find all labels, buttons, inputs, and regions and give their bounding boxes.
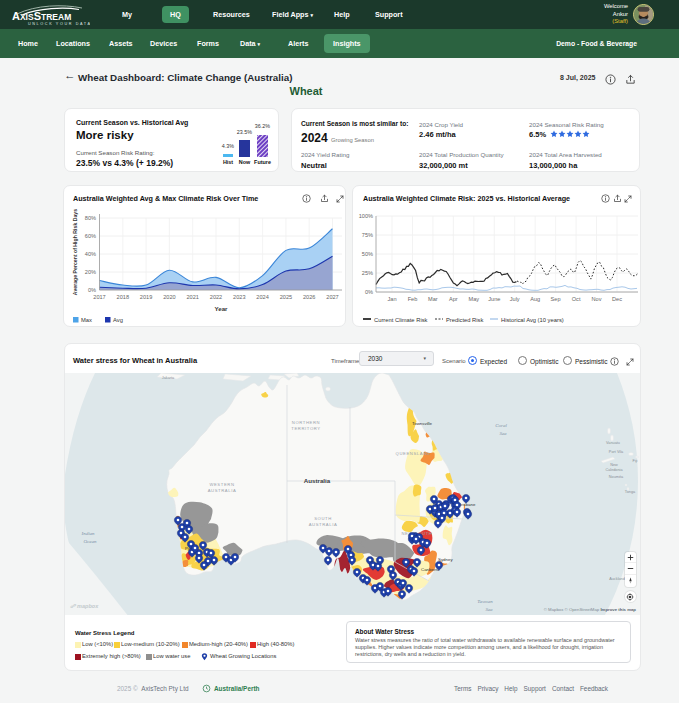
svg-text:25%: 25% — [362, 270, 373, 276]
svg-text:Coral: Coral — [495, 423, 507, 428]
svg-text:80%: 80% — [85, 215, 96, 221]
svg-text:Oct: Oct — [572, 296, 581, 302]
svg-text:Townsville: Townsville — [412, 421, 433, 426]
svg-text:Jakarta: Jakarta — [162, 376, 175, 380]
svg-text:Fiji: Fiji — [633, 459, 638, 463]
svg-text:New: New — [610, 463, 618, 467]
svg-text:Australia: Australia — [304, 477, 331, 484]
svg-text:Historical Avg (10 years): Historical Avg (10 years) — [501, 317, 564, 323]
svg-text:UNLOCK YOUR DATA: UNLOCK YOUR DATA — [28, 22, 90, 26]
svg-text:40%: 40% — [85, 251, 96, 257]
svg-text:NORTHERN: NORTHERN — [292, 420, 320, 425]
svg-text:Nouméa: Nouméa — [609, 475, 624, 479]
svg-text:Apr: Apr — [449, 296, 458, 302]
svg-text:2019: 2019 — [140, 294, 152, 300]
svg-text:Sea: Sea — [499, 431, 507, 436]
svg-text:Aug: Aug — [530, 296, 540, 302]
svg-text:Ocean: Ocean — [83, 539, 97, 544]
svg-text:AUSTRALIA: AUSTRALIA — [309, 522, 338, 527]
svg-text:Feb: Feb — [408, 296, 418, 302]
svg-text:2025: 2025 — [280, 294, 292, 300]
svg-text:2018: 2018 — [117, 294, 129, 300]
svg-text:July: July — [510, 296, 520, 302]
svg-text:20%: 20% — [85, 269, 96, 275]
svg-text:100%: 100% — [359, 213, 373, 219]
svg-text:SOUTH: SOUTH — [314, 516, 332, 521]
svg-text:Tasman: Tasman — [477, 599, 493, 604]
svg-text:2021: 2021 — [186, 294, 198, 300]
svg-text:36.2%: 36.2% — [255, 123, 270, 129]
svg-text:Year: Year — [214, 305, 228, 312]
svg-text:0%: 0% — [88, 287, 96, 293]
svg-text:Sydney: Sydney — [438, 557, 453, 562]
svg-text:Caledonia: Caledonia — [605, 468, 623, 472]
svg-text:Jan: Jan — [387, 296, 396, 302]
svg-text:75%: 75% — [362, 232, 373, 238]
svg-text:Hist: Hist — [223, 159, 233, 165]
svg-text:☍ mapbox: ☍ mapbox — [70, 603, 99, 609]
svg-text:TERRITORY: TERRITORY — [291, 426, 320, 431]
svg-text:Current Climate Risk: Current Climate Risk — [374, 317, 428, 323]
svg-text:Mar: Mar — [428, 296, 438, 302]
svg-text:QUEENSLAND: QUEENSLAND — [396, 451, 431, 456]
svg-text:Predicted Risk: Predicted Risk — [446, 317, 483, 323]
svg-text:Avg: Avg — [113, 317, 123, 323]
svg-text:Average Percent of High Risk D: Average Percent of High Risk Days — [72, 209, 78, 295]
svg-text:60%: 60% — [85, 233, 96, 239]
svg-text:AUSTRALIA: AUSTRALIA — [208, 488, 237, 493]
svg-text:2027: 2027 — [326, 294, 338, 300]
svg-text:Sea: Sea — [485, 607, 493, 612]
svg-text:Future: Future — [254, 159, 271, 165]
svg-text:Auckland: Auckland — [609, 577, 625, 581]
svg-text:Dec: Dec — [612, 296, 622, 302]
svg-text:2020: 2020 — [163, 294, 175, 300]
svg-text:50%: 50% — [362, 251, 373, 257]
svg-text:Nov: Nov — [592, 296, 602, 302]
svg-text:WESTERN: WESTERN — [209, 482, 234, 487]
svg-text:Tonga: Tonga — [625, 490, 636, 494]
svg-text:Vanuatu: Vanuatu — [606, 441, 620, 445]
svg-text:Now: Now — [239, 159, 251, 165]
svg-text:2023: 2023 — [233, 294, 245, 300]
svg-text:AXISSTREAM: AXISSTREAM — [12, 10, 71, 22]
svg-text:© Mapbox © OpenStreetMap Impro: © Mapbox © OpenStreetMap Improve this ma… — [544, 607, 637, 612]
svg-text:2024: 2024 — [256, 294, 268, 300]
svg-text:2017: 2017 — [93, 294, 105, 300]
svg-text:2022: 2022 — [210, 294, 222, 300]
svg-text:Max: Max — [81, 317, 92, 323]
svg-text:2026: 2026 — [303, 294, 315, 300]
svg-text:Indian: Indian — [80, 531, 95, 536]
svg-text:Sep: Sep — [551, 296, 561, 302]
svg-text:4.3%: 4.3% — [222, 143, 234, 149]
svg-text:Port Vila: Port Vila — [609, 450, 624, 454]
svg-text:23.5%: 23.5% — [237, 129, 252, 135]
svg-text:0%: 0% — [365, 289, 373, 295]
svg-text:May: May — [469, 296, 480, 302]
svg-text:June: June — [488, 296, 500, 302]
